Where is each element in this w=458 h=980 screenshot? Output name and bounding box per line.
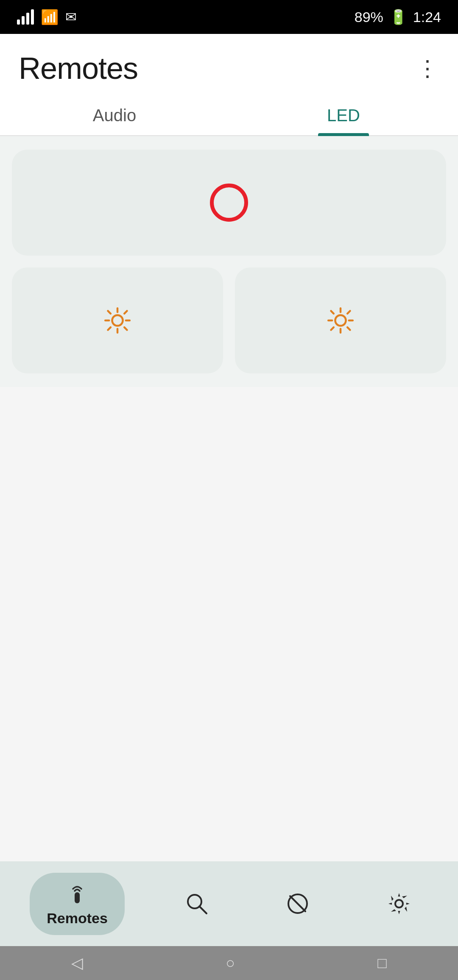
email-icon: ✉ xyxy=(65,9,77,25)
back-button[interactable]: ◁ xyxy=(71,954,83,972)
wifi-icon: 📶 xyxy=(41,8,59,25)
bottom-nav: Remotes xyxy=(0,861,458,946)
settings-icon xyxy=(387,891,411,916)
remote-icon xyxy=(65,881,89,905)
status-right-info: 89% 🔋 1:24 xyxy=(355,8,441,25)
nav-item-settings[interactable] xyxy=(370,883,428,924)
android-nav-bar: ◁ ○ □ xyxy=(0,946,458,980)
content-area xyxy=(0,136,458,387)
sun-icon-1 xyxy=(102,305,133,336)
svg-point-23 xyxy=(395,900,403,908)
red-circle-icon xyxy=(210,184,248,222)
led-card-2[interactable] xyxy=(12,267,223,373)
nav-item-remotes[interactable]: Remotes xyxy=(30,873,125,935)
recents-button[interactable]: □ xyxy=(377,954,387,972)
nav-item-block[interactable] xyxy=(268,883,327,924)
svg-line-14 xyxy=(331,311,334,314)
led-card-1[interactable] xyxy=(12,150,446,256)
svg-line-17 xyxy=(331,327,334,330)
nav-item-search[interactable] xyxy=(168,883,226,924)
svg-line-15 xyxy=(347,327,350,330)
svg-line-5 xyxy=(108,311,111,314)
sun-icon-2 xyxy=(325,305,356,336)
more-options-button[interactable]: ⋮ xyxy=(416,57,439,79)
home-button[interactable]: ○ xyxy=(226,954,235,972)
app-header: Remotes ⋮ xyxy=(0,34,458,94)
svg-rect-18 xyxy=(75,892,80,903)
svg-line-8 xyxy=(108,327,111,330)
card-row-2 xyxy=(12,267,446,373)
card-row-1 xyxy=(12,150,446,256)
nav-label-remotes: Remotes xyxy=(47,910,108,927)
svg-line-22 xyxy=(290,896,305,911)
tab-led[interactable]: LED xyxy=(229,94,458,135)
battery-icon: 🔋 xyxy=(389,8,407,25)
time-display: 1:24 xyxy=(413,9,441,25)
tab-led-indicator xyxy=(318,133,369,136)
tabs-bar: Audio LED xyxy=(0,94,458,136)
svg-line-7 xyxy=(124,311,127,314)
svg-point-0 xyxy=(112,315,123,326)
signal-icon xyxy=(17,9,34,25)
search-icon xyxy=(184,891,209,916)
status-bar: 📶 ✉ 89% 🔋 1:24 xyxy=(0,0,458,34)
page-title: Remotes xyxy=(19,51,138,86)
led-card-3[interactable] xyxy=(235,267,446,373)
battery-percentage: 89% xyxy=(355,9,383,25)
svg-point-9 xyxy=(335,315,346,326)
svg-line-20 xyxy=(199,906,207,913)
status-left-icons: 📶 ✉ xyxy=(17,8,77,25)
svg-line-16 xyxy=(347,311,350,314)
svg-line-6 xyxy=(124,327,127,330)
block-icon xyxy=(285,891,310,916)
tab-audio[interactable]: Audio xyxy=(0,94,229,135)
